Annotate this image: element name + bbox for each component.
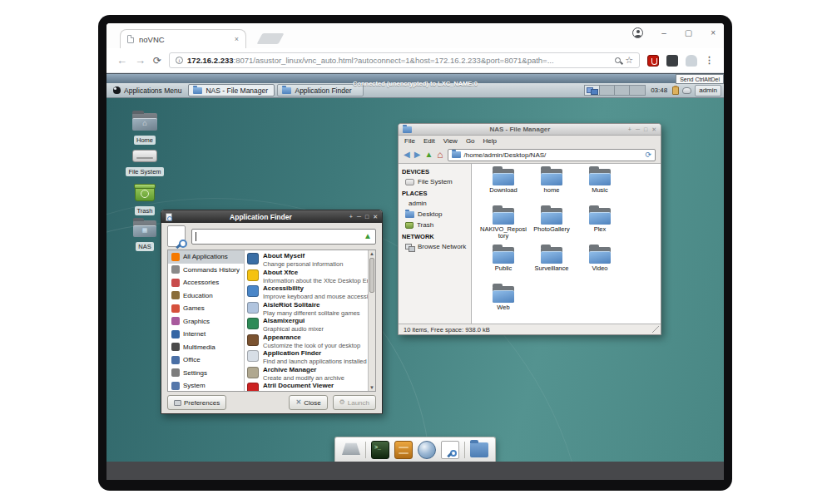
desktop-icon-home[interactable]: ⌂ Home — [125, 113, 165, 146]
workspace-3[interactable] — [615, 86, 630, 95]
file-cabinet-icon[interactable] — [394, 441, 413, 459]
send-ctrlaltdel-button[interactable]: Send CtrlAltDel — [676, 74, 724, 84]
category-item[interactable]: Internet — [168, 328, 244, 341]
home-button[interactable]: ⌂ — [437, 150, 443, 160]
mouse-tray-icon[interactable] — [682, 87, 691, 94]
application-item[interactable]: Accessibility Improve keyboard and mouse… — [247, 284, 366, 300]
clipboard-icon[interactable] — [672, 86, 679, 95]
new-tab-button[interactable] — [257, 33, 285, 44]
close-button[interactable]: ✕ — [373, 214, 378, 220]
maximize-button[interactable]: ▢ — [685, 28, 692, 37]
menu-item[interactable]: File — [404, 137, 415, 145]
folder-item[interactable]: Web — [479, 286, 527, 324]
application-item[interactable]: AisleRiot Solitaire Play many different … — [247, 300, 366, 317]
launch-button[interactable]: ⚙Launch — [333, 395, 376, 410]
zoom-icon[interactable] — [615, 57, 621, 63]
go-arrow-icon[interactable]: ▲ — [364, 232, 372, 240]
back-button[interactable]: ← — [116, 55, 127, 66]
bookmark-star-icon[interactable]: ☆ — [625, 55, 633, 66]
folder-item[interactable]: Download — [479, 169, 527, 208]
application-item[interactable]: About Xfce Information about the Xfce De… — [247, 268, 366, 284]
close-button[interactable]: × — [711, 28, 716, 37]
shade-button[interactable]: + — [628, 126, 631, 132]
category-item[interactable]: Games — [168, 302, 244, 315]
category-item[interactable]: Graphics — [168, 315, 244, 329]
workspace-2[interactable] — [600, 86, 615, 95]
refresh-icon[interactable]: ⟳ — [645, 151, 651, 159]
close-button[interactable]: ✕ — [651, 126, 656, 132]
folder-item[interactable]: home — [527, 169, 576, 208]
sidebar-item[interactable]: Desktop — [401, 209, 468, 220]
category-item[interactable]: All Applications — [168, 250, 244, 264]
browser-tab[interactable]: noVNC × — [120, 29, 246, 48]
maximize-button[interactable]: □ — [365, 214, 369, 220]
application-item[interactable]: Archive Manager Create and modify an arc… — [247, 365, 366, 382]
scrollbar-thumb[interactable] — [369, 258, 374, 293]
show-desktop-icon[interactable] — [342, 441, 360, 459]
task-button[interactable]: NAS - File Manager — [188, 84, 275, 96]
folder-item[interactable]: PhotoGallery — [527, 208, 576, 247]
category-item[interactable]: Commands History — [168, 264, 244, 277]
category-item[interactable]: System — [168, 379, 244, 391]
desktop-icon-file-system[interactable]: File System — [125, 150, 165, 177]
scrollbar[interactable]: ▲ ▼ — [368, 250, 375, 391]
clock[interactable]: 03:48 — [649, 86, 669, 94]
back-button[interactable]: ◀ — [404, 151, 410, 159]
close-button[interactable]: ✕Close — [289, 395, 327, 410]
tab-close-icon[interactable]: × — [235, 35, 239, 43]
file-manager-titlebar[interactable]: NAS - File Manager + ─ □ ✕ — [399, 124, 661, 136]
applications-menu-button[interactable]: Applications Menu — [109, 84, 186, 96]
application-item[interactable]: Alsamixergui Graphical audio mixer — [247, 316, 366, 333]
desktop-icon-trash[interactable]: Trash — [125, 185, 165, 216]
category-item[interactable]: Office — [168, 353, 244, 367]
menu-item[interactable]: View — [443, 137, 458, 145]
application-finder-titlebar[interactable]: Application Finder + ─ □ ✕ — [161, 210, 382, 223]
sidebar-item[interactable]: Trash — [401, 220, 468, 230]
adobe-extension-icon[interactable] — [647, 55, 659, 67]
minimize-button[interactable]: ─ — [357, 214, 361, 220]
menu-item[interactable]: Help — [483, 137, 497, 145]
application-item[interactable]: About Myself Change personal information — [247, 251, 366, 268]
forward-button[interactable]: ▶ — [414, 151, 421, 159]
preferences-button[interactable]: Preferences — [167, 395, 226, 410]
reload-button[interactable]: ⟳ — [153, 56, 161, 66]
browser-menu-icon[interactable]: ⋮ — [705, 55, 714, 66]
application-finder-icon[interactable] — [441, 441, 459, 459]
url-bar[interactable]: i 172.16.2.233 :8071/asustor_linux/vnc_a… — [169, 52, 640, 68]
application-item[interactable]: Appearance Customize the look of your de… — [247, 333, 366, 349]
category-item[interactable]: Multimedia — [168, 341, 244, 354]
folder-item[interactable]: Public — [479, 247, 527, 286]
menu-item[interactable]: Go — [466, 137, 475, 145]
web-browser-icon[interactable] — [418, 441, 436, 459]
profile-icon[interactable] — [632, 27, 643, 38]
minimize-button[interactable]: – — [661, 28, 666, 37]
sidebar-item[interactable]: Browse Network — [401, 241, 468, 252]
path-bar[interactable]: /home/admin/Desktop/NAS/ ⟳ — [448, 149, 656, 161]
category-item[interactable]: Education — [168, 289, 244, 303]
folder-item[interactable]: Video — [576, 247, 624, 286]
category-item[interactable]: Accessories — [168, 276, 244, 289]
folder-item[interactable]: Music — [576, 169, 624, 208]
shade-button[interactable]: + — [349, 214, 353, 220]
workspace-1[interactable] — [585, 86, 600, 95]
folder-item[interactable]: Plex — [576, 208, 624, 247]
task-button[interactable]: Application Finder — [277, 84, 364, 96]
info-icon[interactable]: i — [176, 57, 183, 64]
category-item[interactable]: Settings — [168, 367, 244, 380]
sidebar-item[interactable]: File System — [401, 176, 468, 187]
file-manager-icon[interactable] — [470, 441, 488, 459]
extension-icon-light[interactable] — [686, 55, 697, 67]
up-button[interactable]: ▲ — [424, 151, 433, 159]
extension-icon-dark[interactable] — [666, 55, 678, 67]
menu-item[interactable]: Edit — [423, 137, 435, 145]
search-input[interactable]: ▲ — [191, 229, 376, 245]
desktop-icon-nas[interactable]: ▦ NAS — [125, 220, 165, 252]
forward-button[interactable]: → — [135, 55, 146, 66]
resize-grip[interactable] — [652, 326, 659, 333]
terminal-icon[interactable]: >_ — [371, 441, 389, 459]
application-item[interactable]: Atril Document Viewer View multi-page do… — [247, 381, 366, 391]
minimize-button[interactable]: ─ — [636, 126, 640, 132]
maximize-button[interactable]: □ — [644, 126, 647, 132]
user-button[interactable]: admin — [695, 85, 721, 96]
workspace-4[interactable] — [630, 86, 645, 95]
